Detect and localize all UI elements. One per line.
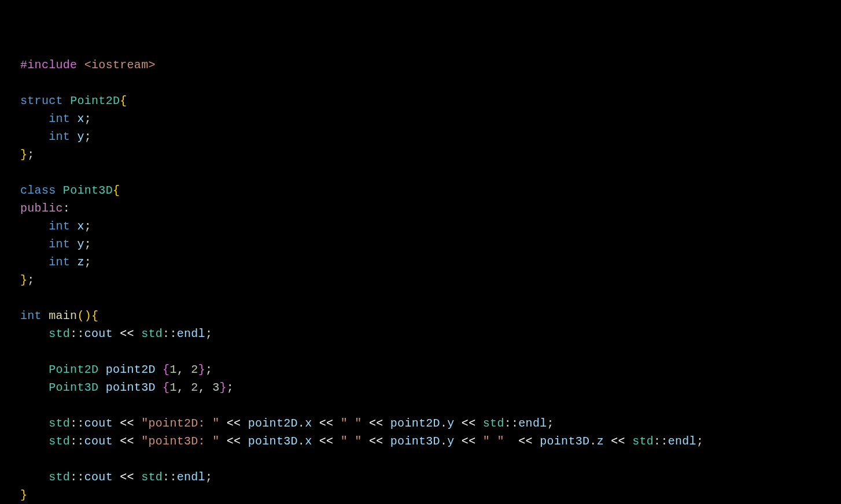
- indent: [20, 238, 49, 251]
- ns-token: std: [49, 327, 70, 340]
- ident-token: endl: [668, 435, 696, 448]
- code-line: Point3D point3D {1, 2, 3};: [20, 381, 234, 394]
- type-token: Point2D: [70, 94, 120, 108]
- punct-token: :: [63, 202, 70, 215]
- indent: [20, 327, 49, 340]
- ident-token: point2D: [390, 417, 440, 430]
- op-token: <<: [511, 435, 540, 448]
- punct-token: ;: [84, 220, 91, 233]
- punct-token: ;: [84, 238, 91, 251]
- punct-token: ::: [70, 327, 84, 340]
- member-token: z: [597, 435, 604, 448]
- ident-token: point3D: [390, 435, 440, 448]
- ident-token: point3D: [106, 381, 156, 394]
- punct-token: ,: [177, 363, 191, 376]
- op-token: <<: [113, 470, 141, 484]
- type-token: int: [49, 130, 70, 143]
- op-token: <<: [113, 417, 141, 430]
- ident-token: x: [77, 220, 84, 233]
- code-line: class Point3D{: [20, 184, 120, 197]
- indent: [20, 112, 49, 125]
- str-token: "point3D: ": [141, 435, 219, 448]
- member-token: x: [305, 435, 312, 448]
- brace-token: {: [120, 94, 127, 108]
- code-line: std::cout << std::endl;: [20, 327, 212, 340]
- op-token: <<: [312, 435, 340, 448]
- op-token: <<: [220, 435, 248, 448]
- ident-token: point3D: [248, 435, 298, 448]
- ident-token: endl: [177, 327, 205, 340]
- op-token: <<: [312, 417, 340, 430]
- ns-token: std: [483, 417, 504, 430]
- punct-token: .: [298, 435, 305, 448]
- ident-token: cout: [84, 470, 113, 484]
- indent: [20, 363, 49, 376]
- indent: [20, 381, 49, 394]
- brace-token: {: [113, 184, 120, 197]
- punct-token: ;: [696, 435, 703, 448]
- member-token: y: [447, 417, 454, 430]
- member-token: y: [447, 435, 454, 448]
- type-token: int: [20, 309, 42, 323]
- punct-token: .: [440, 417, 447, 430]
- member-token: x: [305, 417, 312, 430]
- op-token: <<: [455, 417, 483, 430]
- str-token: " ": [483, 435, 511, 448]
- brace-token: }: [20, 148, 27, 161]
- punct-token: ;: [27, 148, 34, 161]
- ident-token: point2D: [106, 363, 156, 376]
- code-line: #include <iostream>: [20, 58, 156, 72]
- ns-token: std: [632, 435, 654, 448]
- brace-token: }: [220, 381, 227, 394]
- punct-token: ;: [205, 327, 212, 340]
- keyword-token: public: [20, 202, 63, 215]
- indent: [20, 220, 49, 233]
- indent: [20, 470, 49, 484]
- indent: [20, 130, 49, 143]
- preproc-token: #include: [20, 58, 77, 72]
- str-token: "point2D: ": [141, 417, 219, 430]
- type-token: int: [49, 238, 70, 251]
- type-token: int: [49, 112, 70, 125]
- type-token: Point3D: [49, 381, 98, 394]
- ident-token: cout: [84, 417, 113, 430]
- ns-token: std: [49, 417, 70, 430]
- punct-token: ;: [227, 381, 234, 394]
- indent: [20, 435, 49, 448]
- indent: [20, 255, 49, 269]
- brace-token: {: [156, 363, 170, 376]
- punct-token: ::: [163, 327, 177, 340]
- ident-token: cout: [84, 435, 113, 448]
- keyword-token: class: [20, 184, 56, 197]
- code-line: int x;: [20, 112, 91, 125]
- punct-token: ;: [27, 273, 34, 287]
- num-token: 2: [191, 381, 198, 394]
- code-line: Point2D point2D {1, 2};: [20, 363, 212, 376]
- punct-token: .: [440, 435, 447, 448]
- code-line: std::cout << std::endl;: [20, 470, 212, 484]
- ns-token: std: [49, 470, 70, 484]
- op-token: <<: [113, 435, 141, 448]
- code-line: };: [20, 148, 35, 161]
- ident-token: y: [77, 130, 84, 143]
- punct-token: ::: [163, 470, 177, 484]
- punct-token: ::: [654, 435, 668, 448]
- type-token: Point2D: [49, 363, 98, 376]
- ns-token: std: [141, 327, 163, 340]
- func-token: main: [49, 309, 77, 323]
- ident-token: y: [77, 238, 84, 251]
- paren-token: (): [77, 309, 91, 323]
- op-token: <<: [362, 417, 390, 430]
- ns-token: std: [141, 470, 163, 484]
- ident-token: z: [77, 255, 84, 269]
- punct-token: ::: [70, 470, 84, 484]
- code-block: #include <iostream> struct Point2D{ int …: [20, 56, 821, 504]
- keyword-token: struct: [20, 94, 63, 108]
- punct-token: ::: [504, 417, 519, 430]
- ns-token: std: [49, 435, 70, 448]
- code-line: std::cout << "point2D: " << point2D.x <<…: [20, 417, 554, 430]
- punct-token: ;: [84, 130, 91, 143]
- code-line: };: [20, 273, 35, 287]
- code-line: public:: [20, 202, 70, 215]
- punct-token: ,: [177, 381, 191, 394]
